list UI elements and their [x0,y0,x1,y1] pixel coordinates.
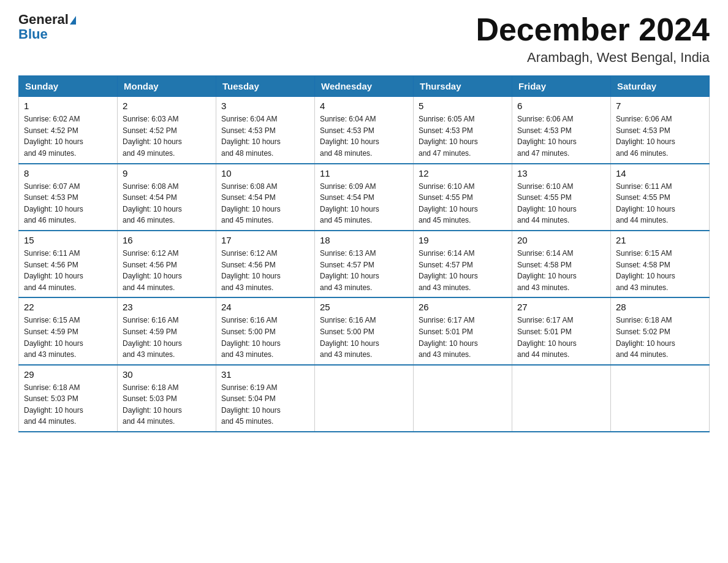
day-number: 21 [616,235,704,245]
table-row [512,365,611,432]
day-number: 5 [419,101,507,111]
calendar-week-row: 1 Sunrise: 6:02 AMSunset: 4:52 PMDayligh… [19,97,710,164]
table-row: 25 Sunrise: 6:16 AMSunset: 5:00 PMDaylig… [315,297,414,364]
day-info: Sunrise: 6:14 AMSunset: 4:58 PMDaylight:… [517,248,605,293]
day-number: 12 [419,168,507,178]
table-row: 15 Sunrise: 6:11 AMSunset: 4:56 PMDaylig… [19,231,118,297]
table-row: 28 Sunrise: 6:18 AMSunset: 5:02 PMDaylig… [611,297,710,364]
day-number: 30 [123,369,211,380]
table-row [611,365,710,432]
day-info: Sunrise: 6:04 AMSunset: 4:53 PMDaylight:… [320,113,408,159]
table-row: 17 Sunrise: 6:12 AMSunset: 4:56 PMDaylig… [216,231,315,297]
calendar-table: Sunday Monday Tuesday Wednesday Thursday… [18,75,710,432]
day-number: 11 [320,168,408,178]
table-row: 24 Sunrise: 6:16 AMSunset: 5:00 PMDaylig… [216,297,315,364]
day-info: Sunrise: 6:14 AMSunset: 4:57 PMDaylight:… [419,248,507,293]
day-number: 28 [616,302,704,312]
table-row: 31 Sunrise: 6:19 AMSunset: 5:04 PMDaylig… [216,365,315,432]
table-row [414,365,512,432]
day-info: Sunrise: 6:10 AMSunset: 4:55 PMDaylight:… [419,181,507,226]
day-number: 7 [616,101,704,111]
table-row: 22 Sunrise: 6:15 AMSunset: 4:59 PMDaylig… [19,297,118,364]
col-sunday: Sunday [19,76,118,97]
day-info: Sunrise: 6:04 AMSunset: 4:53 PMDaylight:… [221,113,309,159]
day-number: 29 [24,369,112,380]
day-info: Sunrise: 6:15 AMSunset: 4:58 PMDaylight:… [616,248,704,293]
day-info: Sunrise: 6:18 AMSunset: 5:03 PMDaylight:… [24,382,112,427]
day-info: Sunrise: 6:09 AMSunset: 4:54 PMDaylight:… [320,181,408,226]
calendar-week-row: 29 Sunrise: 6:18 AMSunset: 5:03 PMDaylig… [19,365,710,432]
day-number: 25 [320,302,408,312]
day-info: Sunrise: 6:17 AMSunset: 5:01 PMDaylight:… [419,315,507,360]
day-number: 22 [24,302,112,312]
table-row: 29 Sunrise: 6:18 AMSunset: 5:03 PMDaylig… [19,365,118,432]
table-row: 26 Sunrise: 6:17 AMSunset: 5:01 PMDaylig… [414,297,512,364]
table-row: 1 Sunrise: 6:02 AMSunset: 4:52 PMDayligh… [19,97,118,164]
table-row: 21 Sunrise: 6:15 AMSunset: 4:58 PMDaylig… [611,231,710,297]
day-number: 24 [221,302,309,312]
table-row: 6 Sunrise: 6:06 AMSunset: 4:53 PMDayligh… [512,97,611,164]
day-number: 18 [320,235,408,245]
table-row: 13 Sunrise: 6:10 AMSunset: 4:55 PMDaylig… [512,164,611,231]
col-thursday: Thursday [414,76,512,97]
day-number: 23 [123,302,211,312]
table-row: 5 Sunrise: 6:05 AMSunset: 4:53 PMDayligh… [414,97,512,164]
day-number: 4 [320,101,408,111]
day-info: Sunrise: 6:16 AMSunset: 4:59 PMDaylight:… [123,315,211,360]
day-number: 9 [123,168,211,178]
day-number: 2 [123,101,211,111]
logo-text: GeneralBlue [18,12,76,42]
col-wednesday: Wednesday [315,76,414,97]
table-row: 3 Sunrise: 6:04 AMSunset: 4:53 PMDayligh… [216,97,315,164]
table-row: 7 Sunrise: 6:06 AMSunset: 4:53 PMDayligh… [611,97,710,164]
day-info: Sunrise: 6:18 AMSunset: 5:03 PMDaylight:… [123,382,211,427]
day-info: Sunrise: 6:19 AMSunset: 5:04 PMDaylight:… [221,382,309,427]
month-title: December 2024 [476,12,710,47]
day-info: Sunrise: 6:02 AMSunset: 4:52 PMDaylight:… [24,113,112,159]
logo-triangle-icon [70,16,76,25]
table-row: 8 Sunrise: 6:07 AMSunset: 4:53 PMDayligh… [19,164,118,231]
table-row [315,365,414,432]
day-info: Sunrise: 6:17 AMSunset: 5:01 PMDaylight:… [517,315,605,360]
day-info: Sunrise: 6:11 AMSunset: 4:56 PMDaylight:… [24,248,112,293]
table-row: 23 Sunrise: 6:16 AMSunset: 4:59 PMDaylig… [118,297,216,364]
day-info: Sunrise: 6:06 AMSunset: 4:53 PMDaylight:… [616,113,704,159]
day-info: Sunrise: 6:07 AMSunset: 4:53 PMDaylight:… [24,181,112,226]
table-row: 27 Sunrise: 6:17 AMSunset: 5:01 PMDaylig… [512,297,611,364]
logo-blue: Blue [18,26,48,42]
day-info: Sunrise: 6:08 AMSunset: 4:54 PMDaylight:… [221,181,309,226]
table-row: 18 Sunrise: 6:13 AMSunset: 4:57 PMDaylig… [315,231,414,297]
col-monday: Monday [118,76,216,97]
day-number: 8 [24,168,112,178]
table-row: 14 Sunrise: 6:11 AMSunset: 4:55 PMDaylig… [611,164,710,231]
table-row: 19 Sunrise: 6:14 AMSunset: 4:57 PMDaylig… [414,231,512,297]
table-row: 12 Sunrise: 6:10 AMSunset: 4:55 PMDaylig… [414,164,512,231]
calendar-week-row: 22 Sunrise: 6:15 AMSunset: 4:59 PMDaylig… [19,297,710,364]
location-title: Arambagh, West Bengal, India [476,50,710,66]
day-number: 10 [221,168,309,178]
table-row: 11 Sunrise: 6:09 AMSunset: 4:54 PMDaylig… [315,164,414,231]
day-number: 14 [616,168,704,178]
calendar-week-row: 15 Sunrise: 6:11 AMSunset: 4:56 PMDaylig… [19,231,710,297]
day-info: Sunrise: 6:05 AMSunset: 4:53 PMDaylight:… [419,113,507,159]
col-tuesday: Tuesday [216,76,315,97]
day-number: 31 [221,369,309,380]
day-info: Sunrise: 6:12 AMSunset: 4:56 PMDaylight:… [221,248,309,293]
day-number: 19 [419,235,507,245]
day-info: Sunrise: 6:16 AMSunset: 5:00 PMDaylight:… [221,315,309,360]
calendar-header-row: Sunday Monday Tuesday Wednesday Thursday… [19,76,710,97]
table-row: 20 Sunrise: 6:14 AMSunset: 4:58 PMDaylig… [512,231,611,297]
day-number: 16 [123,235,211,245]
day-info: Sunrise: 6:08 AMSunset: 4:54 PMDaylight:… [123,181,211,226]
day-info: Sunrise: 6:03 AMSunset: 4:52 PMDaylight:… [123,113,211,159]
table-row: 16 Sunrise: 6:12 AMSunset: 4:56 PMDaylig… [118,231,216,297]
day-info: Sunrise: 6:10 AMSunset: 4:55 PMDaylight:… [517,181,605,226]
day-info: Sunrise: 6:11 AMSunset: 4:55 PMDaylight:… [616,181,704,226]
day-number: 15 [24,235,112,245]
table-row: 9 Sunrise: 6:08 AMSunset: 4:54 PMDayligh… [118,164,216,231]
day-number: 20 [517,235,605,245]
day-number: 17 [221,235,309,245]
day-number: 27 [517,302,605,312]
day-info: Sunrise: 6:18 AMSunset: 5:02 PMDaylight:… [616,315,704,360]
day-info: Sunrise: 6:15 AMSunset: 4:59 PMDaylight:… [24,315,112,360]
